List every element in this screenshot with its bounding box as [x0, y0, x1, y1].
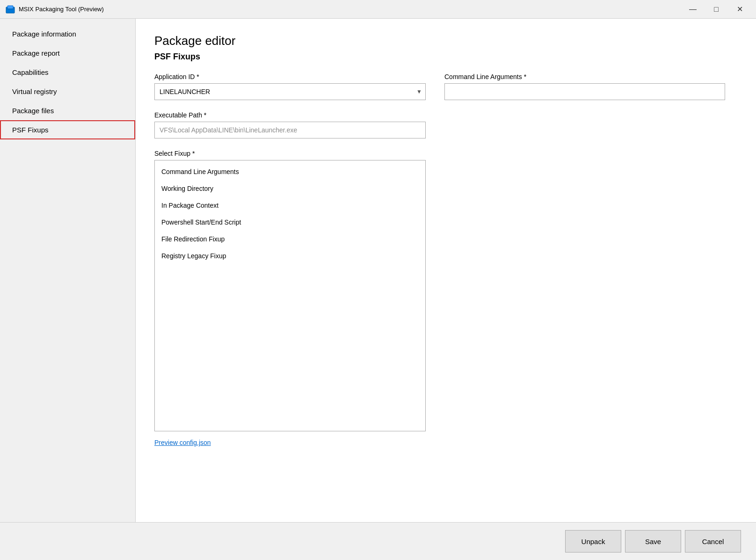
minimize-button[interactable]: — — [682, 2, 704, 17]
unpack-button[interactable]: Unpack — [565, 530, 621, 553]
command-line-arguments-field: Command Line Arguments * — [444, 73, 725, 100]
form-col-left: Application ID * LINELAUNCHER ▼ Executab… — [154, 73, 426, 446]
cancel-button[interactable]: Cancel — [685, 530, 741, 553]
select-fixup-field: Select Fixup * Command Line Arguments Wo… — [154, 150, 426, 431]
title-bar: MSIX Packaging Tool (Preview) — □ ✕ — [0, 0, 756, 19]
window-controls: — □ ✕ — [682, 2, 750, 17]
preview-config-link[interactable]: Preview config.json — [154, 439, 211, 446]
sidebar: Package information Package report Capab… — [0, 19, 136, 522]
page-title: Package editor — [154, 34, 737, 48]
form-col-right: Command Line Arguments * — [444, 73, 725, 100]
app-id-field: Application ID * LINELAUNCHER ▼ — [154, 73, 426, 100]
executable-path-field: Executable Path * — [154, 111, 426, 138]
sidebar-item-capabilities[interactable]: Capabilities — [0, 63, 135, 82]
app-id-select-wrapper: LINELAUNCHER ▼ — [154, 83, 426, 100]
select-fixup-label: Select Fixup * — [154, 150, 426, 157]
sidebar-item-package-report[interactable]: Package report — [0, 44, 135, 63]
fixup-item-working-directory[interactable]: Working Directory — [155, 180, 425, 197]
fixup-item-powershell-script[interactable]: Powershell Start/End Script — [155, 214, 425, 231]
command-line-input[interactable] — [444, 83, 725, 100]
window-title: MSIX Packaging Tool (Preview) — [19, 6, 682, 13]
fixup-list: Command Line Arguments Working Directory… — [154, 160, 426, 431]
fixup-item-registry-legacy[interactable]: Registry Legacy Fixup — [155, 247, 425, 264]
sidebar-item-psf-fixups[interactable]: PSF Fixups — [0, 120, 135, 139]
executable-path-input[interactable] — [154, 122, 426, 138]
sidebar-item-virtual-registry[interactable]: Virtual registry — [0, 82, 135, 101]
svg-rect-1 — [7, 6, 13, 9]
app-id-label: Application ID * — [154, 73, 426, 80]
form-row: Application ID * LINELAUNCHER ▼ Executab… — [154, 73, 737, 446]
maximize-button[interactable]: □ — [705, 2, 727, 17]
main-layout: Package information Package report Capab… — [0, 19, 756, 522]
command-line-label: Command Line Arguments * — [444, 73, 725, 80]
sidebar-item-package-information[interactable]: Package information — [0, 24, 135, 44]
sidebar-item-package-files[interactable]: Package files — [0, 101, 135, 120]
close-button[interactable]: ✕ — [729, 2, 750, 17]
content-area: Package editor PSF Fixups Application ID… — [136, 19, 756, 522]
save-button[interactable]: Save — [625, 530, 681, 553]
fixup-item-command-line-arguments[interactable]: Command Line Arguments — [155, 163, 425, 180]
app-id-select[interactable]: LINELAUNCHER — [154, 83, 426, 100]
executable-path-label: Executable Path * — [154, 111, 426, 119]
fixup-item-file-redirection[interactable]: File Redirection Fixup — [155, 231, 425, 247]
app-icon — [6, 5, 15, 14]
fixup-item-in-package-context[interactable]: In Package Context — [155, 197, 425, 214]
bottom-bar: Unpack Save Cancel — [0, 522, 756, 560]
section-title: PSF Fixups — [154, 52, 737, 62]
